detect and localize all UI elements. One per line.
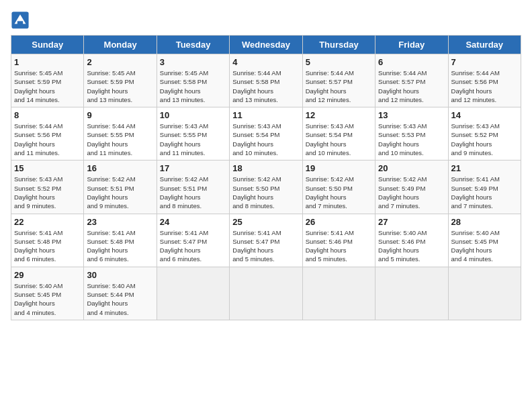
day-number: 30 (87, 270, 153, 280)
table-row: 26 Sunrise: 5:41 AMSunset: 5:46 PMDaylig… (302, 214, 375, 267)
day-info: Sunrise: 5:43 AMSunset: 5:54 PMDaylight … (232, 122, 299, 157)
day-info: Sunrise: 5:42 AMSunset: 5:51 PMDaylight … (87, 175, 153, 210)
col-header-friday: Friday (375, 36, 448, 54)
day-info: Sunrise: 5:44 AMSunset: 5:56 PMDaylight … (451, 68, 518, 104)
day-number: 13 (378, 110, 445, 120)
table-row: 29 Sunrise: 5:40 AMSunset: 5:45 PMDaylig… (11, 267, 84, 320)
day-info: Sunrise: 5:41 AMSunset: 5:48 PMDaylight … (87, 228, 153, 264)
day-number: 24 (160, 217, 226, 227)
table-row: 12 Sunrise: 5:43 AMSunset: 5:54 PMDaylig… (302, 107, 375, 161)
day-info: Sunrise: 5:43 AMSunset: 5:53 PMDaylight … (378, 122, 445, 157)
day-number: 28 (451, 217, 518, 227)
table-row (375, 267, 448, 320)
day-number: 2 (87, 57, 153, 67)
day-number: 1 (14, 57, 81, 67)
day-number: 11 (232, 110, 299, 120)
table-row: 24 Sunrise: 5:41 AMSunset: 5:47 PMDaylig… (157, 214, 229, 267)
day-info: Sunrise: 5:43 AMSunset: 5:52 PMDaylight … (14, 175, 81, 210)
day-info: Sunrise: 5:45 AMSunset: 5:59 PMDaylight … (87, 68, 153, 104)
table-row: 27 Sunrise: 5:40 AMSunset: 5:46 PMDaylig… (375, 214, 448, 267)
day-number: 25 (232, 217, 299, 227)
table-row: 13 Sunrise: 5:43 AMSunset: 5:53 PMDaylig… (375, 107, 448, 161)
col-header-sunday: Sunday (11, 36, 84, 54)
table-row: 20 Sunrise: 5:42 AMSunset: 5:49 PMDaylig… (375, 161, 448, 214)
table-row: 3 Sunrise: 5:45 AMSunset: 5:58 PMDayligh… (157, 54, 229, 107)
day-info: Sunrise: 5:44 AMSunset: 5:57 PMDaylight … (306, 68, 372, 104)
day-info: Sunrise: 5:42 AMSunset: 5:51 PMDaylight … (160, 175, 226, 210)
day-number: 16 (87, 163, 153, 173)
day-info: Sunrise: 5:43 AMSunset: 5:54 PMDaylight … (306, 122, 372, 157)
table-row: 6 Sunrise: 5:44 AMSunset: 5:57 PMDayligh… (375, 54, 448, 107)
day-number: 8 (14, 110, 81, 120)
table-row: 2 Sunrise: 5:45 AMSunset: 5:59 PMDayligh… (84, 54, 157, 107)
table-row: 14 Sunrise: 5:43 AMSunset: 5:52 PMDaylig… (448, 107, 521, 161)
table-row: 23 Sunrise: 5:41 AMSunset: 5:48 PMDaylig… (84, 214, 157, 267)
table-row (230, 267, 302, 320)
day-info: Sunrise: 5:44 AMSunset: 5:57 PMDaylight … (378, 68, 445, 104)
day-info: Sunrise: 5:41 AMSunset: 5:47 PMDaylight … (232, 228, 299, 264)
day-info: Sunrise: 5:41 AMSunset: 5:46 PMDaylight … (306, 228, 372, 264)
table-row: 9 Sunrise: 5:44 AMSunset: 5:55 PMDayligh… (84, 107, 157, 161)
table-row: 17 Sunrise: 5:42 AMSunset: 5:51 PMDaylig… (157, 161, 229, 214)
table-row (157, 267, 229, 320)
day-number: 23 (87, 217, 153, 227)
table-row: 8 Sunrise: 5:44 AMSunset: 5:56 PMDayligh… (11, 107, 84, 161)
table-row: 21 Sunrise: 5:41 AMSunset: 5:49 PMDaylig… (448, 161, 521, 214)
day-number: 20 (378, 163, 445, 173)
table-row: 18 Sunrise: 5:42 AMSunset: 5:50 PMDaylig… (230, 161, 302, 214)
day-info: Sunrise: 5:45 AMSunset: 5:59 PMDaylight … (14, 68, 81, 104)
table-row: 19 Sunrise: 5:42 AMSunset: 5:50 PMDaylig… (302, 161, 375, 214)
logo-icon (11, 11, 30, 30)
day-number: 10 (160, 110, 226, 120)
table-row: 15 Sunrise: 5:43 AMSunset: 5:52 PMDaylig… (11, 161, 84, 214)
day-number: 19 (306, 163, 372, 173)
day-info: Sunrise: 5:44 AMSunset: 5:55 PMDaylight … (87, 122, 153, 157)
svg-rect-2 (17, 21, 23, 25)
day-info: Sunrise: 5:44 AMSunset: 5:56 PMDaylight … (14, 122, 81, 157)
day-info: Sunrise: 5:40 AMSunset: 5:45 PMDaylight … (14, 281, 81, 317)
day-info: Sunrise: 5:40 AMSunset: 5:46 PMDaylight … (378, 228, 445, 264)
day-number: 12 (306, 110, 372, 120)
day-number: 29 (14, 270, 81, 280)
day-number: 14 (451, 110, 518, 120)
day-info: Sunrise: 5:44 AMSunset: 5:58 PMDaylight … (232, 68, 299, 104)
day-number: 27 (378, 217, 445, 227)
day-number: 22 (14, 217, 81, 227)
day-info: Sunrise: 5:43 AMSunset: 5:55 PMDaylight … (160, 122, 226, 157)
day-number: 6 (378, 57, 445, 67)
day-number: 15 (14, 163, 81, 173)
day-number: 21 (451, 163, 518, 173)
table-row: 5 Sunrise: 5:44 AMSunset: 5:57 PMDayligh… (302, 54, 375, 107)
day-info: Sunrise: 5:43 AMSunset: 5:52 PMDaylight … (451, 122, 518, 157)
table-row: 25 Sunrise: 5:41 AMSunset: 5:47 PMDaylig… (230, 214, 302, 267)
col-header-wednesday: Wednesday (230, 36, 302, 54)
table-row: 7 Sunrise: 5:44 AMSunset: 5:56 PMDayligh… (448, 54, 521, 107)
col-header-saturday: Saturday (448, 36, 521, 54)
table-row: 11 Sunrise: 5:43 AMSunset: 5:54 PMDaylig… (230, 107, 302, 161)
header (11, 11, 521, 30)
day-info: Sunrise: 5:40 AMSunset: 5:44 PMDaylight … (87, 281, 153, 317)
day-number: 4 (232, 57, 299, 67)
day-number: 18 (232, 163, 299, 173)
day-info: Sunrise: 5:41 AMSunset: 5:48 PMDaylight … (14, 228, 81, 264)
day-info: Sunrise: 5:42 AMSunset: 5:50 PMDaylight … (306, 175, 372, 210)
day-number: 17 (160, 163, 226, 173)
table-row: 1 Sunrise: 5:45 AMSunset: 5:59 PMDayligh… (11, 54, 84, 107)
table-row: 22 Sunrise: 5:41 AMSunset: 5:48 PMDaylig… (11, 214, 84, 267)
table-row: 28 Sunrise: 5:40 AMSunset: 5:45 PMDaylig… (448, 214, 521, 267)
col-header-thursday: Thursday (302, 36, 375, 54)
day-info: Sunrise: 5:42 AMSunset: 5:49 PMDaylight … (378, 175, 445, 210)
day-info: Sunrise: 5:45 AMSunset: 5:58 PMDaylight … (160, 68, 226, 104)
table-row (302, 267, 375, 320)
table-row: 30 Sunrise: 5:40 AMSunset: 5:44 PMDaylig… (84, 267, 157, 320)
table-row: 16 Sunrise: 5:42 AMSunset: 5:51 PMDaylig… (84, 161, 157, 214)
day-info: Sunrise: 5:41 AMSunset: 5:49 PMDaylight … (451, 175, 518, 210)
table-row: 10 Sunrise: 5:43 AMSunset: 5:55 PMDaylig… (157, 107, 229, 161)
day-number: 7 (451, 57, 518, 67)
day-info: Sunrise: 5:41 AMSunset: 5:47 PMDaylight … (160, 228, 226, 264)
col-header-monday: Monday (84, 36, 157, 54)
logo (11, 11, 32, 30)
day-number: 5 (306, 57, 372, 67)
table-row: 4 Sunrise: 5:44 AMSunset: 5:58 PMDayligh… (230, 54, 302, 107)
day-info: Sunrise: 5:42 AMSunset: 5:50 PMDaylight … (232, 175, 299, 210)
